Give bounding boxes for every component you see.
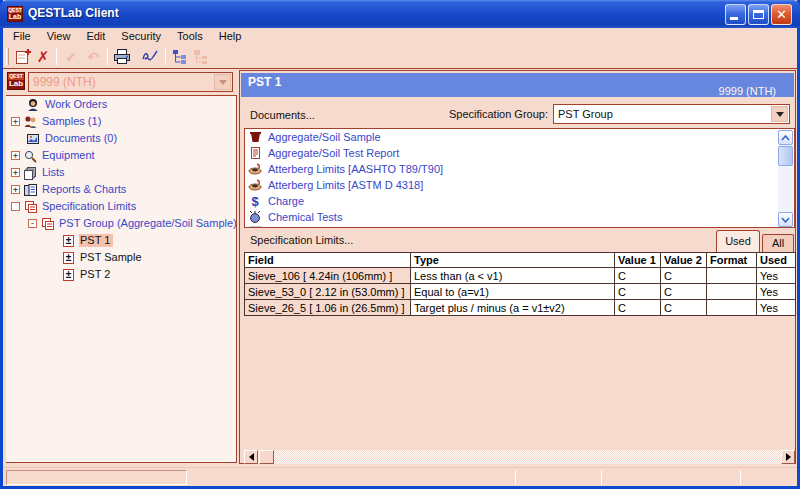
toolbar-grip[interactable] <box>6 48 9 65</box>
scroll-up-button[interactable] <box>778 130 793 145</box>
menu-bar: File View Edit Security Tools Help <box>3 28 797 45</box>
plusminus-icon: ± <box>61 268 76 282</box>
maximize-button[interactable] <box>748 4 769 25</box>
tab-all[interactable]: All <box>762 234 794 252</box>
expand-plus-icon[interactable]: + <box>11 185 20 194</box>
tree-item-pst-1[interactable]: ± PST 1 <box>6 232 236 249</box>
tree-item-documents[interactable]: Documents (0) <box>6 130 236 147</box>
tree-view-button[interactable] <box>170 46 190 67</box>
scroll-left-button[interactable] <box>244 450 258 464</box>
tree-item-reports-charts[interactable]: + Reports & Charts <box>6 181 236 198</box>
printer-icon <box>113 48 131 65</box>
scrollbar-thumb[interactable] <box>259 450 274 464</box>
tree-item-pst-group[interactable]: - PST Group (Aggregate/Soil Sample) <box>6 215 236 232</box>
dish-icon <box>248 178 263 192</box>
table-row[interactable]: Sieve_106 [ 4.24in (106mm) ] Less than (… <box>245 268 796 284</box>
delete-icon: ✗ <box>37 49 50 64</box>
plusminus-icon: ± <box>61 251 76 265</box>
document-item[interactable]: Atterberg Limits [AASHTO T89/T90] <box>245 161 794 177</box>
spec-group-combobox[interactable]: PST Group <box>553 104 790 124</box>
expand-plus-icon[interactable]: + <box>11 168 20 177</box>
expand-plus-icon[interactable]: + <box>11 151 20 160</box>
menu-view[interactable]: View <box>39 29 79 44</box>
menu-tools[interactable]: Tools <box>169 29 211 44</box>
magnifier-icon <box>23 149 38 163</box>
lab-combobox-arrow[interactable] <box>214 74 231 90</box>
people-icon <box>23 115 38 129</box>
undo-button[interactable]: ↶ <box>83 46 103 67</box>
svg-text:±: ± <box>66 235 72 246</box>
tree-item-equipment[interactable]: + Equipment <box>6 147 236 164</box>
expand-empty-icon[interactable] <box>11 202 20 211</box>
menu-file[interactable]: File <box>5 29 39 44</box>
signature-button[interactable] <box>140 46 160 67</box>
table-row[interactable]: Sieve_26_5 [ 1.06 in (26.5mm) ] Target p… <box>245 300 796 316</box>
apply-button[interactable]: ✔ <box>61 46 81 67</box>
tree-item-work-orders[interactable]: Work Orders <box>6 96 236 113</box>
tree-item-pst-sample[interactable]: ± PST Sample <box>6 249 236 266</box>
minimize-icon <box>730 17 738 20</box>
expand-minus-icon[interactable]: - <box>28 219 37 228</box>
print-button[interactable] <box>112 46 132 67</box>
document-item[interactable]: Atterberg Limits [ASTM D 4318] <box>245 177 794 193</box>
picture-icon <box>26 132 41 146</box>
menu-edit[interactable]: Edit <box>78 29 113 44</box>
lab-badge-icon: QESTLab <box>7 72 25 90</box>
documents-label: Documents... <box>250 109 315 121</box>
toolbar-separator <box>107 48 108 65</box>
app-window: QESTLab QESTLab Client ✕ File View Edit … <box>0 0 800 489</box>
documents-list: Aggregate/Soil Sample Aggregate/Soil Tes… <box>244 128 795 228</box>
spec-limits-label: Specification Limits... <box>250 234 353 246</box>
tree-item-samples[interactable]: + Samples (1) <box>6 113 236 130</box>
client-area: QESTLab 9999 (NTH) Work Orders + Samples… <box>3 68 797 467</box>
tree-item-specification-limits[interactable]: Specification Limits <box>6 198 236 215</box>
spec-group-arrow[interactable] <box>771 106 788 122</box>
minimize-button[interactable] <box>725 4 746 25</box>
document-item[interactable]: Aggregate/Soil Test Report <box>245 145 794 161</box>
new-record-button[interactable] <box>13 46 33 67</box>
lab-combobox[interactable]: 9999 (NTH) <box>28 72 233 92</box>
document-item[interactable]: $ Charge <box>245 193 794 209</box>
expand-plus-icon[interactable]: + <box>11 117 20 126</box>
signature-icon <box>141 48 159 65</box>
scroll-down-button[interactable] <box>778 212 793 227</box>
detail-title: PST 1 <box>248 75 281 89</box>
person-icon <box>26 98 41 112</box>
spec-group-value: PST Group <box>558 105 613 123</box>
tree-item-lists[interactable]: + Lists <box>6 164 236 181</box>
close-button[interactable]: ✕ <box>771 4 792 25</box>
title-bar: QESTLab QESTLab Client ✕ <box>0 0 800 28</box>
lab-combobox-value: 9999 (NTH) <box>33 73 96 91</box>
status-divider <box>515 470 516 485</box>
spec-icon <box>23 200 38 214</box>
tree-item-pst-2[interactable]: ± PST 2 <box>6 266 236 283</box>
col-format: Format <box>707 253 757 268</box>
scroll-right-button[interactable] <box>781 450 795 464</box>
chevron-down-icon <box>781 217 790 223</box>
documents-scrollbar[interactable] <box>778 130 793 227</box>
document-item[interactable]: R Cleanness Value [CalTrans 227] <box>245 225 794 228</box>
delete-button[interactable]: ✗ <box>33 46 53 67</box>
tab-used[interactable]: Used <box>716 230 760 252</box>
sample-icon <box>248 130 263 144</box>
maximize-icon <box>753 10 764 19</box>
dollar-icon: $ <box>248 194 263 208</box>
document-item[interactable]: Aggregate/Soil Sample <box>245 129 794 145</box>
app-logo-icon: QESTLab <box>7 6 23 22</box>
spec-limits-table: Field Type Value 1 Value 2 Format Used S… <box>244 252 796 316</box>
scrollbar-thumb[interactable] <box>778 146 793 166</box>
menu-security[interactable]: Security <box>113 29 169 44</box>
status-divider <box>601 470 602 485</box>
spec-group-label: Specification Group: <box>449 108 548 120</box>
lab-tree-button[interactable] <box>191 46 211 67</box>
svg-text:$: $ <box>251 194 259 208</box>
status-bar <box>3 467 797 486</box>
table-row[interactable]: Sieve_53_0 [ 2.12 in (53.0mm) ] Equal to… <box>245 284 796 300</box>
check-icon: ✔ <box>65 50 77 64</box>
menu-help[interactable]: Help <box>211 29 250 44</box>
col-value1: Value 1 <box>615 253 661 268</box>
document-item[interactable]: Chemical Tests <box>245 209 794 225</box>
chevron-up-icon <box>781 135 790 141</box>
horizontal-scrollbar[interactable] <box>244 450 795 464</box>
chemical-icon <box>248 210 263 224</box>
